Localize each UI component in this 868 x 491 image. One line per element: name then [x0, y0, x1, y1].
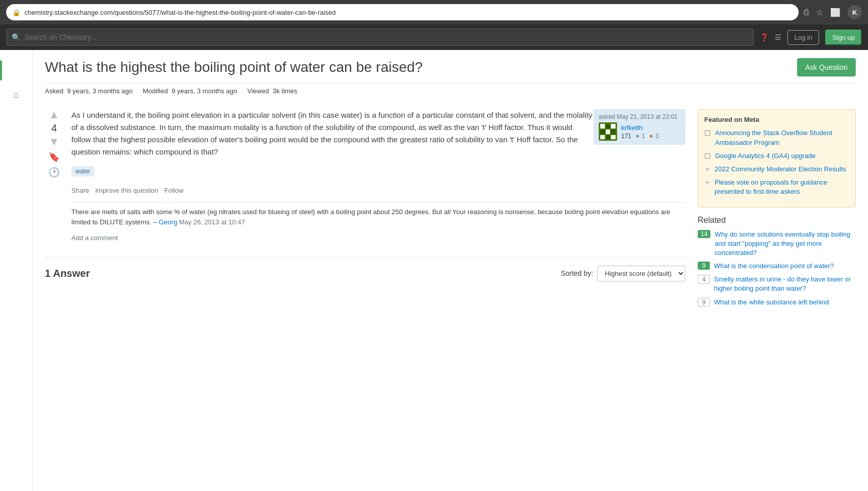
asked-value: 9 years, 3 months ago — [67, 87, 133, 95]
user-rep-badges: 171 ● 1 ● 3 — [621, 132, 659, 140]
featured-item-4: ✦ Please vote on proposals for guidance … — [704, 178, 849, 196]
question-meta: Asked 9 years, 3 months ago Modified 9 y… — [45, 87, 856, 101]
viewed-label: Viewed — [247, 87, 269, 95]
history-button[interactable]: 🕐 — [48, 167, 60, 178]
page-layout: ⌂ What is the highest the boiling point … — [0, 50, 868, 491]
related-item-1: 14 Why do some solutions eventually stop… — [698, 230, 856, 258]
question-header: What is the highest the boiling point of… — [45, 58, 856, 83]
ask-question-button[interactable]: Ask Question — [797, 58, 856, 76]
related-score-2: 9 — [698, 262, 710, 270]
user-name[interactable]: krfkeith — [621, 124, 659, 132]
featured-icon-4: ✦ — [704, 178, 710, 187]
comment-author[interactable]: Georg — [159, 218, 177, 226]
featured-item-2: ☐ Google Analytics 4 (GA4) upgrade — [704, 151, 849, 161]
related-item-3: 4 Smelly matters in urine - do they have… — [698, 275, 856, 293]
asked-label: Asked — [45, 87, 63, 95]
post-actions: Share Improve this question Follow — [71, 187, 685, 194]
related-link-4[interactable]: What is the white substance left behind — [714, 298, 829, 307]
window-icon[interactable]: ⬜ — [830, 8, 840, 17]
featured-link-2[interactable]: Google Analytics 4 (GA4) upgrade — [715, 151, 815, 161]
featured-icon-2: ☐ — [704, 152, 711, 160]
tag-water[interactable]: water — [71, 166, 94, 176]
tags-area: water — [71, 166, 685, 180]
search-input[interactable] — [24, 33, 748, 41]
featured-icon-3: ✦ — [704, 165, 710, 173]
asked-meta: Asked 9 years, 3 months ago — [45, 87, 133, 95]
star-icon[interactable]: ☆ — [816, 8, 823, 17]
share-link[interactable]: Share — [71, 187, 89, 194]
sidebar-item-home[interactable]: ⌂ — [0, 86, 32, 105]
related-link-1[interactable]: Why do some solutions eventually stop bo… — [714, 230, 856, 258]
avatar-cell-7 — [600, 135, 605, 140]
avatar-cell-6 — [611, 130, 616, 134]
viewed-meta: Viewed 3k times — [247, 87, 297, 95]
featured-item-3: ✦ 2022 Community Moderator Election Resu… — [704, 165, 849, 174]
url-text: chemistry.stackexchange.com/questions/50… — [24, 9, 336, 16]
modified-label: Modified — [143, 87, 168, 95]
nav-icons: ❓ ☰ — [760, 33, 781, 41]
sort-label: Sorted by: — [560, 269, 593, 277]
vote-down-button[interactable]: ▼ — [48, 136, 60, 147]
related-title: Related — [698, 216, 856, 225]
modified-meta: Modified 9 years, 3 months ago — [143, 87, 237, 95]
post-body: asked May 21, 2013 at 22:01 — [71, 109, 685, 245]
viewed-value: 3k times — [273, 87, 297, 95]
silver-badge-icon: ● — [635, 132, 640, 140]
related-link-2[interactable]: What is the condensation point of water? — [714, 262, 834, 271]
search-bar[interactable]: 🔍 — [6, 29, 754, 46]
avatar-cell-2 — [606, 124, 610, 128]
help-icon[interactable]: ❓ — [760, 33, 769, 41]
home-icon: ⌂ — [13, 90, 19, 100]
avatar-cell-4 — [600, 130, 605, 134]
comment-1: There are melts of salts with some % of … — [71, 202, 685, 231]
bronze-badge-icon: ● — [649, 132, 653, 140]
related-link-3[interactable]: Smelly matters in urine - do they have l… — [714, 275, 856, 293]
improve-link[interactable]: Improve this question — [95, 187, 159, 194]
browser-avatar[interactable]: K — [848, 5, 862, 19]
silver-badge-count: 1 — [642, 133, 645, 140]
question-post: ▲ 4 ▼ 🔖 🕐 asked May 21, 2013 at 22:01 — [45, 109, 685, 245]
avatar-cell-9 — [611, 135, 616, 140]
user-card-info: krfkeith 171 ● 1 ● 3 — [599, 122, 680, 141]
featured-link-4[interactable]: Please vote on proposals for guidance pr… — [714, 178, 849, 196]
bronze-badge-count: 3 — [655, 133, 659, 140]
related-box: Related 14 Why do some solutions eventua… — [698, 216, 856, 307]
modified-value: 9 years, 3 months ago — [171, 87, 237, 95]
featured-icon-1: ☐ — [704, 129, 711, 137]
related-score-1: 14 — [698, 230, 710, 238]
related-score-4: 9 — [698, 298, 710, 307]
featured-title: Featured on Meta — [704, 116, 849, 123]
avatar-cell-5 — [606, 130, 610, 134]
answer-section-header: 1 Answer Sorted by: Highest score (defau… — [45, 257, 685, 281]
vote-count: 4 — [51, 122, 57, 134]
sidebar-accent — [0, 60, 2, 81]
add-comment-button[interactable]: Add a comment — [71, 231, 685, 245]
url-bar[interactable]: 🔒 chemistry.stackexchange.com/questions/… — [6, 4, 799, 20]
right-sidebar: Featured on Meta ☐ Announcing the Stack … — [698, 109, 856, 315]
follow-link[interactable]: Follow — [164, 187, 184, 194]
search-icon: 🔍 — [12, 33, 20, 41]
featured-link-1[interactable]: Announcing the Stack Overflow Student Am… — [715, 128, 849, 147]
left-sidebar: ⌂ — [0, 50, 33, 491]
menu-icon[interactable]: ☰ — [775, 33, 781, 41]
bookmark-button[interactable]: 🔖 — [48, 151, 60, 163]
vote-up-button[interactable]: ▲ — [48, 109, 60, 120]
browser-action-icons: ⎙ ☆ ⬜ K — [804, 5, 862, 19]
sort-select[interactable]: Highest score (default) — [597, 266, 685, 281]
related-score-3: 4 — [698, 275, 710, 284]
avatar-cell-8 — [606, 135, 610, 140]
avatar-cell-3 — [611, 124, 616, 128]
share-icon[interactable]: ⎙ — [804, 8, 809, 17]
qa-layout: ▲ 4 ▼ 🔖 🕐 asked May 21, 2013 at 22:01 — [45, 109, 856, 315]
featured-link-3[interactable]: 2022 Community Moderator Election Result… — [714, 165, 846, 174]
top-nav: 🔍 ❓ ☰ Log in Sign up — [0, 24, 868, 50]
user-card-meta: asked May 21, 2013 at 22:01 — [599, 113, 680, 120]
avatar-cell-1 — [600, 124, 605, 128]
browser-chrome: 🔒 chemistry.stackexchange.com/questions/… — [0, 0, 868, 24]
lock-icon: 🔒 — [12, 9, 20, 16]
user-avatar — [599, 122, 617, 141]
user-rep: 171 — [621, 133, 631, 140]
signup-button[interactable]: Sign up — [825, 30, 862, 45]
user-info: krfkeith 171 ● 1 ● 3 — [621, 124, 659, 140]
login-button[interactable]: Log in — [787, 30, 819, 45]
